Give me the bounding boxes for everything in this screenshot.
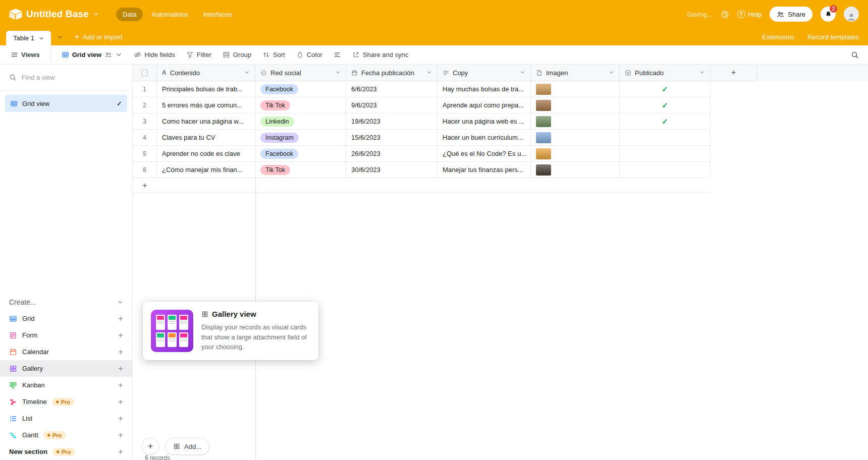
cell-copy[interactable]: Manejar tus finanzas pers... bbox=[438, 162, 531, 178]
cell-imagen[interactable] bbox=[531, 146, 620, 162]
add-field-button[interactable]: + bbox=[711, 65, 757, 81]
cell-fecha[interactable]: 19/6/2023 bbox=[346, 113, 438, 130]
filter-button[interactable]: Filter bbox=[182, 48, 216, 62]
add-calendar-view-button[interactable]: + bbox=[118, 348, 123, 356]
cell-fecha[interactable]: 26/6/2023 bbox=[346, 146, 438, 162]
row-number[interactable]: 1 bbox=[133, 81, 157, 97]
sidebar-view-grid[interactable]: Grid view ✓ bbox=[5, 95, 127, 112]
search-icon[interactable] bbox=[848, 51, 862, 59]
chevron-down-icon[interactable] bbox=[520, 69, 525, 77]
group-button[interactable]: Group bbox=[218, 48, 256, 62]
chevron-down-icon[interactable] bbox=[335, 69, 341, 77]
base-chevron-down-icon[interactable] bbox=[93, 11, 99, 17]
cell-copy[interactable]: Hacer un buen curriculum... bbox=[438, 130, 531, 146]
sidebar-item-kanban[interactable]: Kanban + bbox=[0, 377, 132, 393]
row-number[interactable]: 6 bbox=[133, 162, 157, 178]
table-row[interactable]: 1 Principales bolsas de trab... Facebook… bbox=[133, 81, 868, 97]
sort-button[interactable]: Sort bbox=[258, 48, 290, 62]
add-timeline-view-button[interactable]: + bbox=[118, 397, 123, 406]
cell-copy[interactable]: Aprende aquí como prepa... bbox=[438, 97, 531, 113]
table-row[interactable]: 3 Como hacer una página w... Linkedin 19… bbox=[133, 113, 868, 130]
find-view-input[interactable] bbox=[22, 74, 123, 81]
row-number[interactable]: 2 bbox=[133, 97, 157, 113]
table-row[interactable]: 2 5 errores más que comun... Tik Tok 9/6… bbox=[133, 97, 868, 113]
column-header-contenido[interactable]: A Contenido bbox=[157, 65, 255, 81]
table-list-chevron[interactable] bbox=[51, 28, 69, 45]
notifications-button[interactable]: 2 bbox=[821, 7, 836, 22]
cell-publicado[interactable] bbox=[620, 162, 711, 178]
table-tab-table1[interactable]: Table 1 bbox=[6, 31, 51, 45]
share-and-sync-button[interactable]: Share and sync bbox=[348, 48, 413, 62]
cell-copy[interactable]: Hacer una página web es ... bbox=[438, 113, 531, 130]
add-record-row-space[interactable] bbox=[157, 178, 711, 193]
cell-copy[interactable]: Hay muchas bolsas de tra... bbox=[438, 81, 531, 97]
sidebar-item-list[interactable]: List + bbox=[0, 410, 132, 427]
table-row[interactable]: 6 ¿Cómo manejar mis finan... Tik Tok 30/… bbox=[133, 162, 868, 178]
cell-contenido[interactable]: ¿Cómo manejar mis finan... bbox=[157, 162, 255, 178]
cell-publicado[interactable] bbox=[620, 130, 711, 146]
cell-red-social[interactable]: Tik Tok bbox=[255, 162, 346, 178]
cell-contenido[interactable]: Principales bolsas de trab... bbox=[157, 81, 255, 97]
cell-imagen[interactable] bbox=[531, 113, 620, 130]
row-number[interactable]: 3 bbox=[133, 113, 157, 130]
row-height-button[interactable] bbox=[329, 48, 346, 62]
cell-contenido[interactable]: Como hacer una página w... bbox=[157, 113, 255, 130]
record-templates-button[interactable]: Record templates bbox=[807, 33, 859, 41]
chevron-down-icon[interactable] bbox=[609, 69, 614, 77]
sidebar-item-gallery[interactable]: Gallery + bbox=[0, 360, 132, 377]
table-row[interactable]: 4 Claves para tu CV Instagram 15/6/2023 … bbox=[133, 130, 868, 146]
cell-red-social[interactable]: Facebook bbox=[255, 81, 346, 97]
cell-imagen[interactable] bbox=[531, 162, 620, 178]
tab-automations[interactable]: Automations bbox=[145, 8, 194, 21]
add-grid-view-button[interactable]: + bbox=[118, 314, 123, 323]
create-section-header[interactable]: Create... bbox=[0, 293, 132, 310]
sidebar-item-timeline[interactable]: Timeline ◆Pro + bbox=[0, 393, 132, 410]
cell-red-social[interactable]: Facebook bbox=[255, 146, 346, 162]
cell-publicado[interactable] bbox=[620, 146, 711, 162]
help-button[interactable]: ? Help bbox=[737, 10, 762, 18]
cell-imagen[interactable] bbox=[531, 130, 620, 146]
cell-contenido[interactable]: Claves para tu CV bbox=[157, 130, 255, 146]
row-number[interactable]: 4 bbox=[133, 130, 157, 146]
view-switcher[interactable]: Grid view bbox=[57, 48, 128, 62]
cell-imagen[interactable] bbox=[531, 81, 620, 97]
cell-fecha[interactable]: 9/6/2023 bbox=[346, 97, 438, 113]
add-list-view-button[interactable]: + bbox=[118, 414, 123, 423]
tab-data[interactable]: Data bbox=[116, 8, 143, 21]
cell-imagen[interactable] bbox=[531, 97, 620, 113]
column-header-publicado[interactable]: Publicado bbox=[620, 65, 711, 81]
sidebar-item-calendar[interactable]: Calendar + bbox=[0, 343, 132, 360]
add-or-import-button[interactable]: + Add or import bbox=[69, 28, 128, 45]
cell-contenido[interactable]: Aprender no code es clave bbox=[157, 146, 255, 162]
select-all-checkbox[interactable] bbox=[141, 70, 148, 76]
cell-fecha[interactable]: 15/6/2023 bbox=[346, 130, 438, 146]
tab-interfaces[interactable]: Interfaces bbox=[197, 8, 239, 21]
select-all-cell[interactable] bbox=[133, 65, 157, 81]
extensions-button[interactable]: Extensions bbox=[763, 33, 795, 41]
cell-fecha[interactable]: 6/6/2023 bbox=[346, 81, 438, 97]
add-record-floating-button[interactable]: + bbox=[142, 438, 159, 455]
chevron-down-icon[interactable] bbox=[699, 69, 705, 77]
chevron-down-icon[interactable] bbox=[244, 69, 250, 77]
column-header-copy[interactable]: Copy bbox=[438, 65, 531, 81]
add-record-row[interactable]: + bbox=[133, 178, 868, 193]
table-row[interactable]: 5 Aprender no code es clave Facebook 26/… bbox=[133, 146, 868, 162]
cell-red-social[interactable]: Instagram bbox=[255, 130, 346, 146]
cell-publicado[interactable]: ✓ bbox=[620, 97, 711, 113]
add-button[interactable]: Add... bbox=[165, 438, 209, 455]
add-kanban-view-button[interactable]: + bbox=[118, 381, 123, 389]
sidebar-item-grid[interactable]: Grid + bbox=[0, 310, 132, 327]
cell-red-social[interactable]: Tik Tok bbox=[255, 97, 346, 113]
row-number[interactable]: 5 bbox=[133, 146, 157, 162]
add-gallery-view-button[interactable]: + bbox=[118, 364, 123, 373]
column-header-red-social[interactable]: Red social bbox=[255, 65, 346, 81]
cell-red-social[interactable]: Linkedin bbox=[255, 113, 346, 130]
history-icon[interactable] bbox=[721, 10, 729, 19]
airtable-logo-icon[interactable] bbox=[9, 9, 22, 20]
column-header-fecha-publicacion[interactable]: Fecha publicación bbox=[346, 65, 438, 81]
cell-copy[interactable]: ¿Qué es el No Code? Es u... bbox=[438, 146, 531, 162]
sidebar-item-gantt[interactable]: Gantt ◆Pro + bbox=[0, 427, 132, 443]
add-gantt-view-button[interactable]: + bbox=[118, 431, 123, 439]
cell-publicado[interactable]: ✓ bbox=[620, 113, 711, 130]
add-record-button[interactable]: + bbox=[133, 178, 157, 193]
